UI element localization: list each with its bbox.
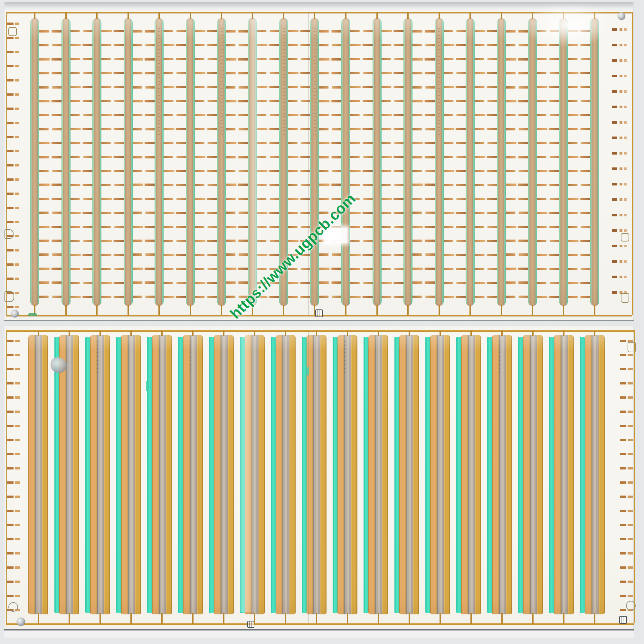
ladder-trace-row [537, 72, 559, 74]
ladder-trace-row [101, 44, 124, 46]
ladder-trace-row [412, 268, 435, 270]
right-margin-tick [620, 524, 633, 526]
gold-bus-strip [337, 335, 357, 614]
ladder-trace-row [568, 268, 590, 270]
ladder-trace-row [226, 156, 248, 158]
strip-serial-marks [221, 28, 223, 137]
ladder-trace-row [319, 170, 341, 172]
left-margin-tick [7, 150, 19, 152]
gold-bus-strip [214, 335, 234, 614]
ladder-trace-row [39, 58, 62, 61]
strip-stem [34, 12, 35, 19]
copper-strip [559, 18, 568, 306]
right-margin-tick [620, 581, 633, 583]
ladder-trace-row [226, 253, 248, 256]
ladder-trace-row [475, 198, 497, 200]
ladder-trace-row [350, 142, 373, 144]
right-margin-tick [612, 28, 627, 31]
ladder-trace-row [195, 30, 217, 32]
copper-strip [403, 18, 412, 306]
stamp-on-bottom-panel-rail [247, 621, 254, 628]
ladder-trace-row [39, 226, 62, 228]
ladder-trace-row [382, 58, 404, 60]
left-margin-tick [7, 510, 20, 512]
left-margin-tick [7, 382, 20, 384]
gold-bus-strip [492, 335, 512, 614]
ladder-trace-row [537, 170, 559, 172]
teal-solder-stripe [271, 337, 276, 613]
ladder-trace-row [506, 156, 528, 158]
ladder-trace-row [257, 114, 279, 116]
ladder-trace-row [382, 156, 404, 158]
teal-solder-stripe [302, 337, 307, 613]
ladder-trace-row [71, 226, 93, 228]
ladder-trace-row [39, 142, 62, 144]
top-panel-left-rail [6, 12, 7, 315]
ladder-trace-row [226, 72, 248, 74]
ladder-trace-row [288, 170, 310, 172]
gold-bus-strip [245, 335, 265, 614]
ladder-trace-row [506, 128, 528, 130]
gold-bus-strip [276, 335, 296, 614]
right-margin-tick [612, 198, 627, 201]
ladder-trace-row [475, 170, 497, 172]
ladder-trace-row [537, 44, 559, 46]
strip-stem [130, 613, 132, 624]
ladder-trace-row [506, 100, 528, 102]
stamp-bottom-right [619, 616, 627, 624]
ladder-trace-row [319, 30, 341, 33]
ladder-trace-row [164, 128, 186, 130]
ladder-trace-row [319, 72, 341, 74]
ladder-trace-row [506, 114, 528, 116]
strip-stem [378, 330, 379, 336]
ladder-trace-row [382, 170, 404, 172]
ladder-trace-row [39, 281, 62, 284]
strip-stem [594, 330, 595, 336]
strip-stem [469, 12, 471, 19]
ladder-trace-row [537, 142, 559, 144]
strip-stem [316, 330, 317, 336]
ladder-trace-row [288, 198, 310, 200]
strip-stem [34, 305, 35, 315]
ladder-trace-row [39, 253, 62, 256]
ladder-trace-row [412, 44, 435, 46]
ladder-trace-row [226, 44, 248, 46]
left-margin-tick [7, 425, 20, 427]
right-margin-tick [612, 152, 627, 155]
ladder-trace-row [257, 128, 279, 130]
left-margin-tick [7, 439, 20, 441]
ladder-trace-row [319, 268, 341, 270]
strip-serial-marks [499, 341, 500, 373]
copper-strip [62, 18, 71, 306]
outline-square-right-low [621, 293, 629, 303]
teal-solder-stripe [209, 337, 214, 613]
ladder-trace-row [39, 296, 62, 298]
ladder-trace-row [164, 254, 186, 256]
ladder-trace-row [101, 142, 124, 144]
left-margin-tick [7, 552, 20, 554]
ladder-trace-row [39, 30, 62, 33]
ladder-trace-row [350, 44, 373, 46]
ladder-trace-row [101, 226, 124, 228]
ladder-trace-row [39, 100, 62, 102]
metal-blob-bottom-panel-top-left [51, 357, 67, 373]
ladder-trace-row [164, 72, 186, 74]
copper-strip [124, 18, 133, 306]
ladder-trace-row [350, 212, 373, 214]
ladder-trace-row [444, 282, 466, 284]
left-margin-tick [7, 340, 20, 342]
ladder-trace-row [319, 156, 341, 158]
strip-serial-marks [314, 28, 316, 137]
ladder-trace-row [568, 184, 590, 186]
right-margin-tick [620, 510, 633, 512]
ladder-trace-row [39, 86, 62, 89]
strip-stem [470, 330, 472, 336]
ladder-trace-row [71, 86, 93, 88]
ladder-trace-row [412, 58, 435, 61]
ladder-trace-row [71, 156, 93, 158]
left-margin-tick [7, 368, 20, 370]
teal-solder-stripe [240, 337, 245, 613]
teal-solder-stripe [364, 337, 368, 613]
ladder-trace-row [444, 44, 466, 46]
strip-stem [532, 613, 534, 624]
